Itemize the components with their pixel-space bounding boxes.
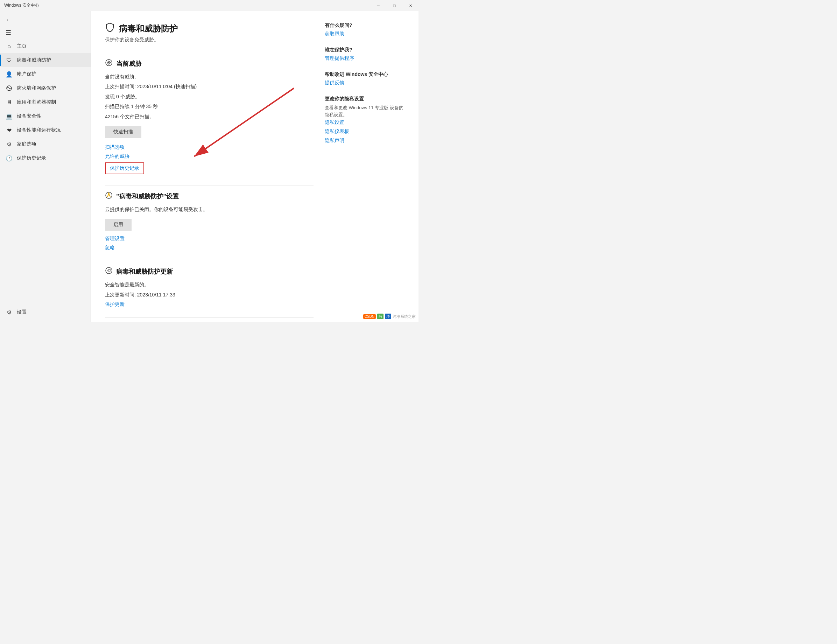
sidebar-item-virus[interactable]: 🛡 病毒和威胁防护 [0,53,90,67]
sidebar-item-home[interactable]: ⌂ 主页 [0,39,90,53]
section-header-threats: 当前威胁 [105,59,313,69]
threats-icon [105,59,113,69]
section-title-settings: "病毒和威胁防护"设置 [116,192,179,200]
sidebar-item-label: 保护历史记录 [17,155,46,161]
manage-providers-link[interactable]: 管理提供程序 [325,55,404,62]
content-split: 病毒和威胁防护 保护你的设备免受威胁。 当前威胁 [105,22,404,322]
current-threats-section: 当前威胁 当前没有威胁。 上次扫描时间: 2023/10/11 0:04 (快速… [105,59,313,176]
files-scanned-text: 42156 个文件已扫描。 [105,113,313,120]
svg-point-2 [108,62,110,63]
sidebar-item-label: 设备安全性 [17,113,41,119]
titlebar: Windows 安全中心 ─ □ ✕ [0,0,419,11]
protection-updates-link[interactable]: 保护更新 [105,301,313,308]
sidebar-item-account[interactable]: 👤 帐户保护 [0,67,90,81]
section-title-threats: 当前威胁 [116,59,141,68]
page-subtitle: 保护你的设备免受威胁。 [105,37,313,43]
sidebar-item-label: 防火墙和网络保护 [17,85,56,91]
devicehealth-icon: ❤ [6,127,13,134]
section-header-settings: "病毒和威胁防护"设置 [105,191,313,201]
allowed-threats-link[interactable]: 允许的威胁 [105,153,313,159]
privacy-statement-link[interactable]: 隐私声明 [325,138,404,144]
right-panel: 有什么疑问? 获取帮助 谁在保护我? 管理提供程序 帮助改进 Windows 安… [313,22,404,322]
sidebar-item-label: 主页 [17,43,26,49]
appbrowser-icon: 🖥 [6,99,13,106]
found-text: 发现 0 个威胁。 [105,93,313,100]
sidebar-item-devicehealth[interactable]: ❤ 设备性能和运行状况 [0,123,90,137]
sidebar-item-devicesecurity[interactable]: 💻 设备安全性 [0,109,90,123]
right-improve: 帮助改进 Windows 安全中心 提供反馈 [325,71,404,86]
account-icon: 👤 [6,71,13,78]
right-questions: 有什么疑问? 获取帮助 [325,22,404,37]
privacy-dashboard-link[interactable]: 隐私仪表板 [325,128,404,135]
maximize-button[interactable]: □ [386,0,402,11]
privacy-title: 更改你的隐私设置 [325,96,404,102]
privacy-settings-link[interactable]: 隐私设置 [325,119,404,126]
site-badge-green: 纯 [377,314,384,319]
site-name: 纯净系统之家 [392,314,416,319]
quick-scan-button[interactable]: 快速扫描 [105,126,141,138]
sidebar-item-label: 病毒和威胁防护 [17,57,51,63]
svg-point-4 [108,192,110,194]
minimize-button[interactable]: ─ [370,0,386,11]
protection-settings-section: "病毒和威胁防护"设置 云提供的保护已关闭。你的设备可能易受攻击。 启用 管理设… [105,191,313,251]
questions-title: 有什么疑问? [325,22,404,29]
site-badge-blue: 净 [385,314,391,319]
protection-updates-section: 病毒和威胁防护更新 安全智能是最新的。 上次更新时间: 2023/10/11 1… [105,267,313,308]
page-header: 病毒和威胁防护 [105,22,313,34]
duration-text: 扫描已持续 1 分钟 35 秒 [105,103,313,110]
history-icon: 🕐 [6,155,13,162]
warning-text: 云提供的保护已关闭。你的设备可能易受攻击。 [105,205,313,213]
menu-icon: ☰ [6,29,11,36]
right-privacy: 更改你的隐私设置 查看和更改 Windows 11 专业版 设备的隐私设置。 隐… [325,96,404,144]
sidebar-item-firewall[interactable]: 防火墙和网络保护 [0,81,90,95]
updates-icon [105,267,113,276]
main-content: 病毒和威胁防护 保护你的设备免受威胁。 当前威胁 [91,11,419,322]
protection-history-link[interactable]: 保护历史记录 [110,165,139,171]
last-update-text: 上次更新时间: 2023/10/11 17:33 [105,291,313,299]
sidebar-item-label: 帐户保护 [17,71,36,77]
section-title-updates: 病毒和威胁防护更新 [116,268,173,276]
update-status-text: 安全智能是最新的。 [105,281,313,288]
app-container: ← ☰ ⌂ 主页 🛡 病毒和威胁防护 👤 帐户保护 防火墙和网络保护 [0,11,419,322]
back-button[interactable]: ← [0,14,90,26]
menu-button[interactable]: ☰ [0,26,90,39]
right-who-protects: 谁在保护我? 管理提供程序 [325,47,404,62]
who-protects-title: 谁在保护我? [325,47,404,53]
sidebar: ← ☰ ⌂ 主页 🛡 病毒和威胁防护 👤 帐户保护 防火墙和网络保护 [0,11,91,322]
page-header-icon [105,22,115,34]
settings-section-icon [105,191,113,201]
last-scan-text: 上次扫描时间: 2023/10/11 0:04 (快速扫描) [105,82,313,90]
firewall-icon [6,85,13,92]
sidebar-item-label: 设备性能和运行状况 [17,127,61,133]
family-icon: ⚙ [6,141,13,148]
settings-icon: ⚙ [6,309,13,316]
close-button[interactable]: ✕ [402,0,419,11]
virus-icon: 🛡 [6,57,13,64]
page-title: 病毒和威胁防护 [119,23,178,34]
back-icon: ← [6,17,11,23]
ignore-link[interactable]: 忽略 [105,245,313,251]
help-link[interactable]: 获取帮助 [325,31,404,37]
home-icon: ⌂ [6,43,13,50]
improve-title: 帮助改进 Windows 安全中心 [325,71,404,78]
manage-settings-link[interactable]: 管理设置 [105,235,313,242]
settings-label: 设置 [17,309,26,315]
sidebar-item-history[interactable]: 🕐 保护历史记录 [0,151,90,165]
enable-button[interactable]: 启用 [105,219,131,231]
sidebar-item-label: 应用和浏览器控制 [17,99,56,105]
sidebar-item-label: 家庭选项 [17,141,36,147]
sidebar-item-family[interactable]: ⚙ 家庭选项 [0,137,90,151]
divider-3 [105,261,313,261]
csdn-badge: CSDN [363,314,376,319]
settings-button[interactable]: ⚙ 设置 [0,305,90,319]
divider-2 [105,186,313,186]
privacy-description: 查看和更改 Windows 11 专业版 设备的隐私设置。 [325,104,404,118]
no-threat-text: 当前没有威胁。 [105,73,313,80]
feedback-link[interactable]: 提供反馈 [325,80,404,86]
sidebar-item-appbrowser[interactable]: 🖥 应用和浏览器控制 [0,95,90,109]
titlebar-title: Windows 安全中心 [4,2,39,8]
divider-4 [105,317,313,318]
scan-options-link[interactable]: 扫描选项 [105,144,313,151]
protection-history-box: 保护历史记录 [105,163,144,174]
watermark: CSDN 纯 净 纯净系统之家 [363,314,416,319]
